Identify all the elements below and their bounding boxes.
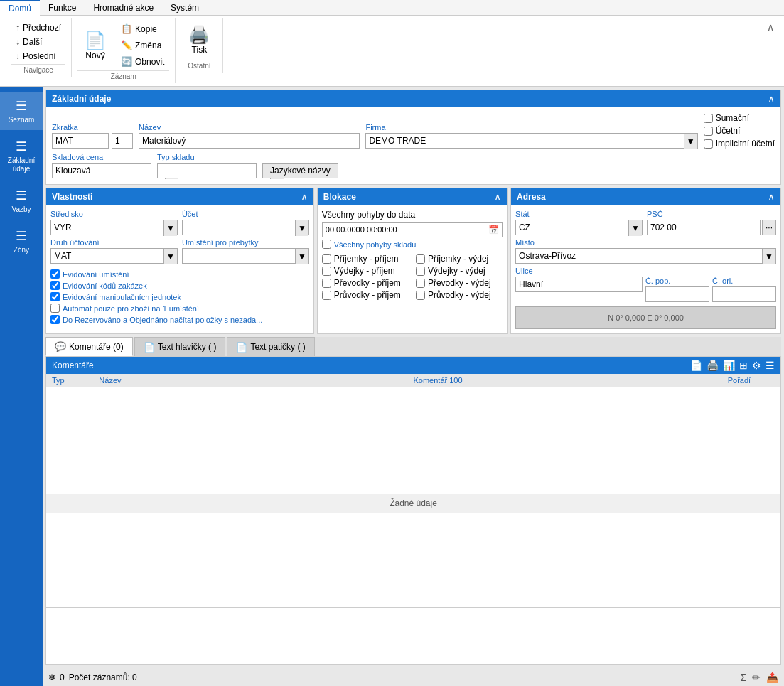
vlastnosti-collapse-btn[interactable]: ∧ [301, 191, 308, 203]
komentare-tab-icon: 💬 [55, 341, 66, 352]
sidebar-item-vazby[interactable]: ☰ Vazby [0, 182, 43, 220]
btn-dalsi[interactable]: ↓ Další [11, 36, 65, 48]
menu-tab-funkce[interactable]: Funkce [40, 1, 85, 15]
ucet-combo[interactable]: ▼ [182, 220, 309, 235]
cpop-input[interactable] [645, 286, 709, 302]
check-ev-manip: Evidování manipulačních jednotek [50, 292, 309, 301]
vydejky-prijem-check: Výdejky - příjem [322, 266, 409, 276]
refresh-icon: 🔄 [121, 56, 132, 67]
firma-combo[interactable]: ▼ [365, 133, 697, 149]
stat-dropdown[interactable]: ▼ [628, 220, 642, 236]
druh-uctovani-input[interactable] [51, 249, 163, 263]
ev-umisteni-checkbox[interactable] [50, 269, 60, 279]
blokace-collapse-btn[interactable]: ∧ [494, 191, 501, 203]
zakladni-collapse-btn[interactable]: ∧ [768, 93, 775, 104]
prevody-prijem-cb[interactable] [322, 279, 331, 288]
sidebar-item-seznam[interactable]: ☰ Seznam [0, 92, 43, 130]
btn-tisk[interactable]: 🖨️ Tisk [181, 21, 217, 58]
adresa-collapse-btn[interactable]: ∧ [768, 191, 775, 203]
misto-input[interactable] [516, 249, 762, 263]
menu-tab-domu[interactable]: Domů [0, 0, 40, 16]
do-rez-checkbox[interactable] [50, 315, 60, 324]
ev-manip-checkbox[interactable] [50, 292, 60, 301]
comments-grid-icon[interactable]: ⊞ [739, 360, 748, 371]
status-sigma-icon[interactable]: Σ [740, 672, 746, 683]
sidebar-item-zony[interactable]: ☰ Zóny [0, 223, 43, 260]
psc-input[interactable] [647, 220, 761, 235]
umisteni-input[interactable] [183, 249, 295, 263]
stat-input[interactable] [516, 220, 628, 235]
blokace-date-field[interactable]: 📅 [322, 222, 503, 237]
ucetni-checkbox[interactable] [704, 127, 713, 136]
ucet-input[interactable] [183, 220, 295, 235]
text-area-bottom[interactable] [46, 607, 780, 664]
stat-combo[interactable]: ▼ [515, 220, 643, 235]
typ-skladu-combo[interactable]: ▼ [157, 163, 257, 178]
btn-obnovit[interactable]: 🔄 Obnovit [116, 54, 169, 69]
ev-kodu-checkbox[interactable] [50, 281, 60, 290]
comments-new-icon[interactable]: 📄 [690, 360, 702, 371]
implicitni-checkbox[interactable] [704, 139, 713, 149]
map-coordinates: N 0° 0,000 E 0° 0,000 [515, 306, 776, 329]
sidebar-item-zakladni[interactable]: ☰ Základní údaje [0, 133, 43, 179]
record-count-label: Počet záznamů: 0 [69, 672, 137, 682]
sumacni-checkbox[interactable] [704, 114, 713, 123]
zkratka-num-input[interactable] [112, 133, 133, 149]
misto-label: Místo [515, 238, 776, 247]
automat-checkbox[interactable] [50, 304, 60, 313]
typ-skladu-input[interactable] [158, 164, 270, 178]
calendar-icon[interactable]: 📅 [485, 224, 502, 235]
prijemky-prijem-cb[interactable] [322, 254, 331, 264]
ucet-dropdown[interactable]: ▼ [295, 220, 308, 236]
stredisko-dropdown[interactable]: ▼ [163, 220, 177, 236]
tab-text-hlavicky[interactable]: 📄 Text hlavičky ( ) [134, 337, 226, 356]
comments-menu-icon[interactable]: ☰ [766, 360, 775, 371]
ribbon-collapse-btn[interactable]: ∧ [763, 20, 778, 34]
status-edit-icon[interactable]: ✏ [752, 672, 761, 683]
misto-dropdown[interactable]: ▼ [762, 249, 775, 264]
btn-posledni[interactable]: ↓ Poslední [11, 50, 65, 63]
stredisko-input[interactable] [51, 220, 163, 235]
comments-print-icon[interactable]: 🖨️ [707, 360, 719, 371]
status-export-icon[interactable]: 📤 [766, 672, 778, 683]
firma-input[interactable] [366, 134, 683, 148]
seznam-icon: ☰ [16, 98, 27, 114]
menu-tab-hromadne[interactable]: Hromadné akce [85, 1, 162, 15]
tab-komentare[interactable]: 💬 Komentáře (0) [45, 337, 133, 356]
ucetni-row: Účetní [704, 126, 775, 136]
vydejky-prijem-cb[interactable] [322, 267, 331, 276]
prijemky-vydej-cb[interactable] [416, 254, 425, 264]
prevody-vydej-cb[interactable] [416, 279, 425, 288]
vsechny-skladu-checkbox[interactable] [322, 240, 331, 249]
blokace-header: Blokace ∧ [318, 188, 507, 205]
pruvodky-vydej-cb[interactable] [416, 291, 425, 300]
umisteni-dropdown[interactable]: ▼ [295, 249, 308, 264]
comments-chart-icon[interactable]: 📊 [723, 360, 735, 371]
tab-text-paticky[interactable]: 📄 Text patičky ( ) [227, 337, 314, 356]
skladova-cena-input[interactable] [53, 164, 165, 178]
check-do-rez: Do Rezervováno a Objednáno načítat polož… [50, 315, 309, 324]
cori-input[interactable] [712, 286, 776, 302]
firma-dropdown-btn[interactable]: ▼ [684, 134, 697, 149]
btn-novy[interactable]: 📄 Nový [77, 27, 113, 64]
umisteni-combo[interactable]: ▼ [182, 248, 309, 264]
zkratka-input[interactable] [52, 133, 109, 149]
druh-uctovani-dropdown[interactable]: ▼ [163, 249, 177, 264]
nazev-input[interactable] [139, 133, 360, 149]
misto-combo[interactable]: ▼ [515, 248, 776, 264]
psc-dots-btn[interactable]: ··· [762, 220, 776, 235]
btn-kopie[interactable]: 📋 Kopie [116, 21, 169, 36]
pruvodky-prijem-cb[interactable] [322, 291, 331, 300]
druh-uctovani-combo[interactable]: ▼ [50, 248, 178, 264]
ulice-input[interactable] [515, 277, 643, 292]
vydejky-vydej-cb[interactable] [416, 267, 425, 276]
jazykove-nazvy-btn[interactable]: Jazykové názvy [262, 163, 338, 178]
comments-settings-icon[interactable]: ⚙ [752, 360, 761, 371]
blokace-date-input[interactable] [323, 224, 485, 235]
stredisko-combo[interactable]: ▼ [50, 220, 178, 235]
btn-zmena[interactable]: ✏️ Změna [116, 38, 169, 53]
menu-tab-system[interactable]: Systém [162, 1, 208, 15]
btn-predchozi[interactable]: ↑ Předchozí [11, 21, 65, 34]
skladova-cena-combo[interactable]: ▼ [52, 163, 151, 178]
status-bar: ❄ 0 Počet záznamů: 0 Σ ✏ 📤 [43, 668, 784, 686]
